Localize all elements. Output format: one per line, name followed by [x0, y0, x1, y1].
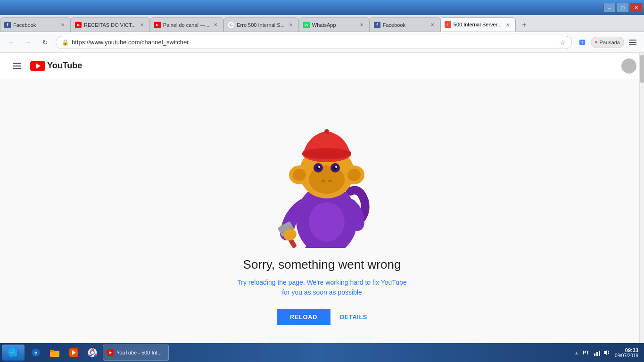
tab-label: RECEITAS DO VICT...: [84, 22, 136, 28]
svg-rect-43: [599, 351, 600, 356]
youtube-logo-icon: [30, 61, 45, 71]
system-clock[interactable]: 09:33 09/07/2019: [615, 347, 638, 358]
clock-date: 09/07/2019: [615, 353, 638, 358]
svg-point-40: [91, 351, 94, 354]
svg-point-19: [322, 180, 325, 182]
chrome-menu-button[interactable]: [626, 36, 639, 49]
svg-rect-34: [50, 350, 54, 352]
pausada-button[interactable]: ♥ Pausada: [591, 37, 624, 48]
error-illustration: [261, 97, 383, 248]
tab-label: Erro 500 Internal S...: [237, 22, 285, 28]
taskbar-media-icon[interactable]: [65, 345, 82, 361]
toolbar-right: T ♥ Pausada: [576, 36, 639, 49]
tab-facebook-2[interactable]: f Facebook ✕: [370, 17, 440, 32]
svg-point-9: [293, 169, 306, 181]
svg-point-20: [328, 180, 332, 182]
user-avatar[interactable]: [621, 58, 636, 74]
tab-facebook-1[interactable]: f Facebook ✕: [0, 17, 71, 32]
maximize-button[interactable]: □: [617, 3, 629, 12]
reload-button[interactable]: RELOAD: [277, 309, 330, 325]
pausada-heart-icon: ♥: [595, 40, 598, 45]
svg-point-17: [318, 166, 320, 168]
tab-close-icon[interactable]: ✕: [59, 21, 66, 29]
url-text: https://www.youtube.com/channel_switcher: [72, 39, 556, 46]
svg-text:e: e: [34, 350, 37, 355]
tab-label: Facebook: [383, 22, 426, 28]
new-tab-button[interactable]: +: [518, 18, 531, 32]
scroll-thumb[interactable]: [640, 55, 644, 83]
reload-button[interactable]: ↻: [39, 36, 52, 49]
hamburger-menu-button[interactable]: [8, 57, 26, 75]
taskbar-app-favicon: ▶: [107, 349, 114, 356]
extension-icon-1[interactable]: T: [576, 36, 589, 49]
taskbar-active-app[interactable]: ▶ YouTube - 500 Int...: [103, 345, 169, 361]
youtube-play-icon: [36, 63, 41, 69]
google-favicon: G: [228, 22, 234, 28]
error-buttons: RELOAD DETAILS: [277, 309, 367, 325]
tab-receitas[interactable]: ▶ RECEITAS DO VICT... ✕: [71, 17, 150, 32]
svg-marker-44: [604, 350, 607, 355]
svg-text:T: T: [581, 41, 583, 45]
tab-label: 500 Internal Server...: [454, 22, 502, 27]
tab-bar: f Facebook ✕ ▶ RECEITAS DO VICT... ✕ ▶ P…: [0, 15, 644, 32]
facebook-favicon: f: [374, 22, 380, 28]
tab-label: Facebook: [13, 22, 57, 28]
svg-rect-42: [596, 352, 598, 356]
svg-point-18: [335, 166, 337, 168]
taskbar-folder-icon[interactable]: [46, 345, 63, 361]
yt-favicon: ▶: [154, 22, 161, 28]
svg-rect-30: [14, 353, 17, 356]
title-bar: – □ ✕: [0, 0, 644, 15]
error-favicon: !: [445, 21, 451, 28]
minimize-button[interactable]: –: [603, 3, 616, 12]
scrollbar[interactable]: [639, 53, 644, 343]
back-button[interactable]: ←: [5, 36, 18, 49]
tab-close-icon[interactable]: ✕: [287, 21, 295, 29]
youtube-header-right: [621, 58, 636, 74]
details-button[interactable]: DETAILS: [340, 313, 367, 321]
start-button[interactable]: [2, 345, 25, 361]
bookmark-icon[interactable]: ☆: [560, 39, 566, 46]
svg-point-5: [309, 202, 345, 242]
taskbar-right: ▲ PT 09:33 09/07/2019: [574, 347, 642, 358]
taskbar-app-label: YouTube - 500 Int...: [116, 350, 162, 355]
svg-rect-41: [594, 354, 595, 356]
taskbar-ie-icon[interactable]: e: [27, 345, 44, 361]
forward-button[interactable]: →: [22, 36, 35, 49]
tab-close-icon[interactable]: ✕: [429, 21, 436, 29]
tab-close-icon[interactable]: ✕: [504, 21, 512, 28]
volume-icon[interactable]: [603, 348, 611, 357]
pausada-label: Pausada: [600, 40, 620, 45]
main-content: Sorry, something went wrong Try reloadin…: [0, 79, 644, 343]
tab-whatsapp[interactable]: W WhatsApp ✕: [299, 17, 370, 32]
svg-point-23: [324, 129, 329, 134]
svg-rect-27: [9, 349, 13, 352]
url-box[interactable]: 🔒 https://www.youtube.com/channel_switch…: [56, 36, 572, 49]
system-tray-expand[interactable]: ▲: [574, 350, 579, 355]
taskbar: e ▶ YouTube - 500 Int... ▲: [0, 343, 644, 362]
close-button[interactable]: ✕: [630, 3, 642, 12]
svg-point-11: [347, 169, 361, 181]
youtube-logo-text: YouTube: [47, 61, 82, 71]
hamburger-line: [13, 66, 21, 66]
tab-label: Painel do canal —...: [163, 22, 209, 28]
error-subtitle-line2: for you as soon as possible: [282, 288, 362, 296]
tab-close-icon[interactable]: ✕: [212, 21, 219, 29]
tab-500-active[interactable]: ! 500 Internal Server... ✕: [440, 17, 516, 32]
tab-painel[interactable]: ▶ Painel do canal —... ✕: [150, 17, 223, 32]
tab-close-icon[interactable]: ✕: [138, 21, 146, 29]
clock-time: 09:33: [625, 347, 638, 353]
network-icon[interactable]: [593, 348, 602, 357]
taskbar-chrome-icon[interactable]: [84, 345, 101, 361]
lock-icon: 🔒: [62, 39, 69, 46]
hamburger-line: [13, 68, 21, 69]
error-subtitle-line1: Try reloading the page. We're working ha…: [237, 279, 406, 286]
tab-erro500-1[interactable]: G Erro 500 Internal S... ✕: [223, 17, 299, 32]
tab-close-icon[interactable]: ✕: [358, 21, 365, 29]
language-indicator[interactable]: PT: [581, 350, 591, 355]
system-tray-icons: [593, 348, 611, 357]
youtube-logo[interactable]: YouTube: [30, 61, 82, 71]
youtube-header: YouTube: [0, 53, 644, 79]
error-subtitle: Try reloading the page. We're working ha…: [237, 278, 406, 297]
svg-rect-29: [9, 353, 13, 356]
